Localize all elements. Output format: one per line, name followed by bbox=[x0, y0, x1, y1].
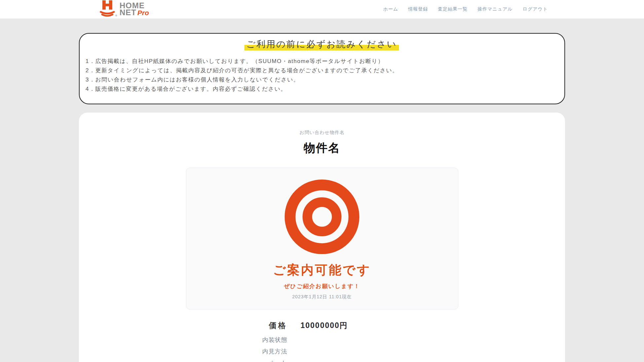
homenet-h-logo-icon: ® bbox=[98, 0, 117, 18]
status-timestamp: 2023年1月12日 11:01現在 bbox=[186, 294, 458, 300]
nav-manual-link[interactable]: 操作マニュアル bbox=[478, 6, 513, 12]
detail-row-pet: ペット bbox=[178, 358, 466, 362]
status-title: ご案内可能です bbox=[186, 262, 458, 279]
detail-value-price: 10000000円 bbox=[301, 320, 348, 331]
nav-info-register-link[interactable]: 情報登録 bbox=[408, 6, 428, 12]
nav-assessment-results-link[interactable]: 査定結果一覧 bbox=[438, 6, 468, 12]
logo-pro-suffix: Pro bbox=[137, 9, 149, 16]
logo-line-net: NET bbox=[120, 9, 136, 16]
detail-label-price: 価格 bbox=[178, 321, 287, 330]
double-circle-icon bbox=[284, 179, 360, 255]
property-details: 価格 10000000円 内装状態 内見方法 ペット 備考 bbox=[178, 320, 466, 362]
status-subtitle: ぜひご紹介お願いします！ bbox=[186, 282, 458, 290]
detail-row-interior: 内装状態 bbox=[178, 335, 466, 344]
property-name: 物件名 bbox=[79, 140, 565, 156]
logo-text: HOME NET Pro bbox=[120, 2, 149, 16]
registered-mark: ® bbox=[115, 14, 117, 17]
detail-row-viewing: 内見方法 bbox=[178, 346, 466, 355]
detail-label-interior: 内装状態 bbox=[178, 336, 287, 344]
property-inquiry-card: お問い合わせ物件名 物件名 ご案内可能です ぜひご紹介お願いします！ 2023年… bbox=[79, 113, 565, 362]
nav-logout-link[interactable]: ログアウト bbox=[522, 6, 548, 12]
notice-item-4: 4．販売価格に変更がある場合がございます。内容必ずご確認ください。 bbox=[86, 84, 558, 94]
homenet-pro-logo[interactable]: ® HOME NET Pro bbox=[98, 0, 149, 18]
notice-title: ご利用の前に必ずお読みください bbox=[86, 38, 558, 50]
detail-label-pet: ペット bbox=[178, 359, 287, 362]
inquiry-property-label: お問い合わせ物件名 bbox=[79, 130, 565, 136]
main-nav: ホーム 情報登録 査定結果一覧 操作マニュアル ログアウト bbox=[383, 6, 548, 12]
availability-status-panel: ご案内可能です ぜひご紹介お願いします！ 2023年1月12日 11:01現在 bbox=[186, 168, 458, 310]
detail-row-price: 価格 10000000円 bbox=[178, 320, 466, 331]
notice-item-2: 2．更新タイミングによっては、掲載内容及び紹介の可否が実際と異なる場合がございま… bbox=[86, 66, 558, 75]
detail-label-viewing: 内見方法 bbox=[178, 348, 287, 355]
notice-title-highlight: ご利用の前に必ずお読みください bbox=[244, 39, 399, 50]
notice-item-1: 1．広告掲載は、自社HP紙媒体のみでお願いしております。（SUUMO・athom… bbox=[86, 57, 558, 66]
nav-home-link[interactable]: ホーム bbox=[383, 6, 398, 12]
notice-item-3: 3．お問い合わせフォーム内にはお客様の個人情報を入力しないでください。 bbox=[86, 75, 558, 84]
usage-notice-box: ご利用の前に必ずお読みください 1．広告掲載は、自社HP紙媒体のみでお願いしてお… bbox=[79, 33, 565, 104]
notice-list: 1．広告掲載は、自社HP紙媒体のみでお願いしております。（SUUMO・athom… bbox=[86, 57, 558, 94]
top-header: ® HOME NET Pro ホーム 情報登録 査定結果一覧 操作マニュアル ロ… bbox=[0, 0, 644, 18]
